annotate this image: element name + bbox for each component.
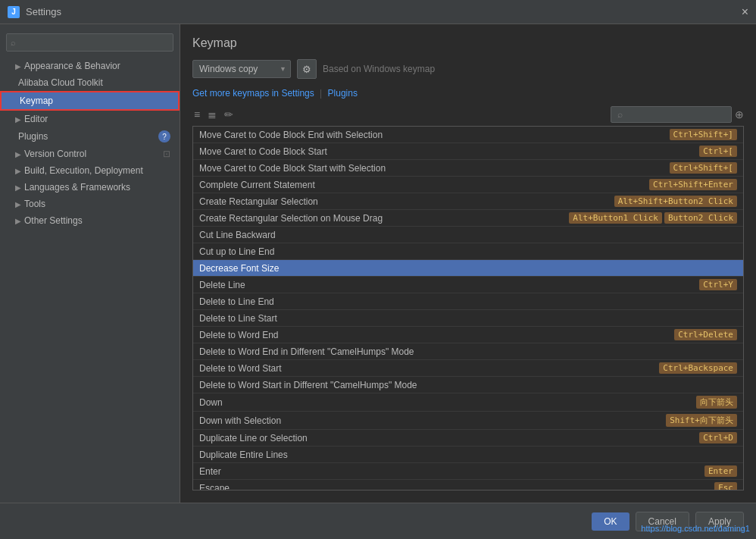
- keymap-action-name: Delete to Line Start: [199, 313, 737, 324]
- search-right-button[interactable]: ⊕: [735, 108, 744, 121]
- sidebar-item-tools[interactable]: ▶ Tools: [0, 196, 180, 212]
- keymap-search-input[interactable]: [611, 106, 732, 123]
- sidebar-item-label: Appearance & Behavior: [24, 61, 120, 71]
- keymap-select[interactable]: Windows copy Default Mac OS X Eclipse: [192, 60, 291, 78]
- keymap-action-name: Move Caret to Code Block Start: [199, 146, 699, 157]
- keymap-row[interactable]: Delete to Line End: [193, 293, 743, 310]
- plugins-link[interactable]: Plugins: [328, 88, 358, 99]
- search-icon: ⌕: [11, 38, 16, 47]
- keymap-shortcut: Ctrl+Shift+]: [670, 129, 737, 140]
- keymap-toolbar: Windows copy Default Mac OS X Eclipse ⚙ …: [192, 59, 744, 79]
- keymap-row[interactable]: Move Caret to Code Block Start with Sele…: [193, 160, 743, 177]
- get-more-keymaps-row: Get more keymaps in Settings | Plugins: [192, 88, 744, 99]
- edit-button[interactable]: ✏: [223, 107, 235, 122]
- keymap-row[interactable]: Cut up to Line End: [193, 243, 743, 260]
- sidebar-item-alibaba-cloud-toolkit[interactable]: Alibaba Cloud Toolkit: [0, 74, 180, 91]
- get-more-link[interactable]: Get more keymaps in Settings: [192, 88, 314, 99]
- keymap-row[interactable]: Create Rectangular Selection on Mouse Dr…: [193, 210, 743, 227]
- keymap-row[interactable]: EscapeEsc: [193, 480, 743, 490]
- expand-arrow: ▶: [15, 115, 21, 124]
- keymap-shortcut: Ctrl+Y: [699, 279, 737, 290]
- keymap-row[interactable]: Create Rectangular SelectionAlt+Shift+Bu…: [193, 193, 743, 210]
- keymap-row[interactable]: Delete to Word End in Different "CamelHu…: [193, 343, 743, 360]
- sidebar-search-input[interactable]: [6, 33, 173, 52]
- sidebar-item-appearance-behavior[interactable]: ▶ Appearance & Behavior: [0, 58, 180, 74]
- keymap-row[interactable]: Complete Current StatementCtrl+Shift+Ent…: [193, 177, 743, 193]
- keymap-row[interactable]: Delete to Word EndCtrl+Delete: [193, 327, 743, 343]
- close-button[interactable]: ×: [742, 6, 748, 18]
- page-title: Keymap: [192, 36, 744, 50]
- sidebar-item-editor[interactable]: ▶ Editor: [0, 111, 180, 127]
- expand-arrow: ▶: [15, 200, 21, 208]
- title-bar: J Settings ×: [0, 0, 756, 24]
- keymap-row[interactable]: Down with SelectionShift+向下箭头: [193, 412, 743, 430]
- bottom-bar: OK Cancel Apply: [0, 503, 756, 539]
- keymap-row[interactable]: Delete LineCtrl+Y: [193, 277, 743, 293]
- keymap-shortcut: Ctrl+Backspace: [659, 362, 737, 374]
- version-control-icon: ⊡: [163, 149, 170, 159]
- keymap-row[interactable]: Duplicate Entire Lines: [193, 447, 743, 463]
- keymap-shortcut: Alt+Button1 ClickButton2 Click: [569, 212, 737, 224]
- sidebar-item-keymap[interactable]: Keymap: [0, 91, 180, 111]
- keymap-action-name: Delete to Word Start: [199, 363, 659, 374]
- based-on-text: Based on Windows keymap: [323, 64, 435, 74]
- keymap-action-name: Create Rectangular Selection on Mouse Dr…: [199, 213, 569, 224]
- keymap-shortcut: Ctrl+Shift+[: [670, 162, 737, 174]
- sidebar-item-label: Languages & Frameworks: [24, 182, 130, 193]
- keymap-row[interactable]: Delete to Line Start: [193, 310, 743, 327]
- keymap-shortcut: Shift+向下箭头: [666, 414, 737, 427]
- gear-button[interactable]: ⚙: [297, 59, 317, 79]
- collapse-all-button[interactable]: ≣: [206, 107, 218, 122]
- keymap-row[interactable]: Move Caret to Code Block StartCtrl+[: [193, 143, 743, 160]
- main-layout: ⌕ ▶ Appearance & Behavior Alibaba Cloud …: [0, 24, 756, 503]
- keymap-shortcut: Ctrl+Shift+Enter: [649, 179, 737, 190]
- sidebar-item-plugins[interactable]: Plugins ?: [0, 127, 180, 146]
- keymap-select-wrapper: Windows copy Default Mac OS X Eclipse: [192, 60, 291, 78]
- watermark: https://blog.csdn.net/daming1: [641, 524, 750, 533]
- sidebar-item-version-control[interactable]: ▶ Version Control ⊡: [0, 146, 180, 162]
- action-icons-row: ≡ ≣ ✏ ⊕: [192, 106, 744, 123]
- shortcut-badge: Ctrl+Shift+]: [670, 129, 737, 140]
- expand-arrow: ▶: [15, 62, 21, 71]
- expand-arrow: ▶: [15, 150, 21, 158]
- expand-arrow: ▶: [15, 167, 21, 175]
- keymap-action-name: Cut up to Line End: [199, 246, 737, 257]
- keymap-table-wrapper[interactable]: Move Caret to Code Block End with Select…: [192, 126, 744, 490]
- keymap-action-name: Down with Selection: [199, 415, 666, 426]
- ok-button[interactable]: OK: [592, 512, 629, 531]
- shortcut-badge: 向下箭头: [696, 396, 737, 409]
- expand-all-button[interactable]: ≡: [192, 107, 201, 122]
- shortcut-badge: Ctrl+D: [699, 432, 737, 443]
- keymap-search-area: ⊕: [611, 106, 744, 123]
- shortcut-badge: Esc: [714, 482, 737, 490]
- sidebar-item-build-execution[interactable]: ▶ Build, Execution, Deployment: [0, 162, 180, 179]
- keymap-action-name: Delete to Word End: [199, 330, 674, 340]
- keymap-shortcut: Ctrl+[: [699, 146, 737, 157]
- sidebar-item-other-settings[interactable]: ▶ Other Settings: [0, 212, 180, 229]
- keymap-list: Move Caret to Code Block End with Select…: [193, 127, 743, 490]
- sidebar-item-label: Plugins: [18, 131, 48, 142]
- keymap-row[interactable]: Down向下箭头: [193, 393, 743, 412]
- sidebar-item-label: Keymap: [20, 96, 53, 106]
- separator: |: [320, 88, 324, 99]
- content-area: Keymap Windows copy Default Mac OS X Ecl…: [180, 24, 756, 503]
- shortcut-badge: Ctrl+Shift+[: [670, 162, 737, 174]
- keymap-row[interactable]: Delete to Word Start in Different "Camel…: [193, 377, 743, 393]
- keymap-row[interactable]: Delete to Word StartCtrl+Backspace: [193, 360, 743, 377]
- shortcut-badge: Button2 Click: [664, 212, 737, 224]
- keymap-row[interactable]: Duplicate Line or SelectionCtrl+D: [193, 430, 743, 447]
- keymap-action-name: Delete to Word Start in Different "Camel…: [199, 380, 737, 390]
- plugins-badge: ?: [158, 130, 170, 143]
- sidebar: ⌕ ▶ Appearance & Behavior Alibaba Cloud …: [0, 24, 180, 503]
- shortcut-badge: Ctrl+Shift+Enter: [649, 179, 737, 190]
- window-title: Settings: [26, 6, 61, 17]
- sidebar-item-languages-frameworks[interactable]: ▶ Languages & Frameworks: [0, 179, 180, 196]
- keymap-action-name: Escape: [199, 483, 714, 491]
- keymap-row[interactable]: Cut Line Backward: [193, 227, 743, 243]
- keymap-row[interactable]: Move Caret to Code Block End with Select…: [193, 127, 743, 143]
- keymap-row[interactable]: Decrease Font Size: [193, 260, 743, 277]
- keymap-shortcut: Ctrl+D: [699, 432, 737, 443]
- keymap-action-name: Move Caret to Code Block Start with Sele…: [199, 163, 670, 174]
- keymap-shortcut: 向下箭头: [696, 396, 737, 409]
- keymap-row[interactable]: EnterEnter: [193, 463, 743, 480]
